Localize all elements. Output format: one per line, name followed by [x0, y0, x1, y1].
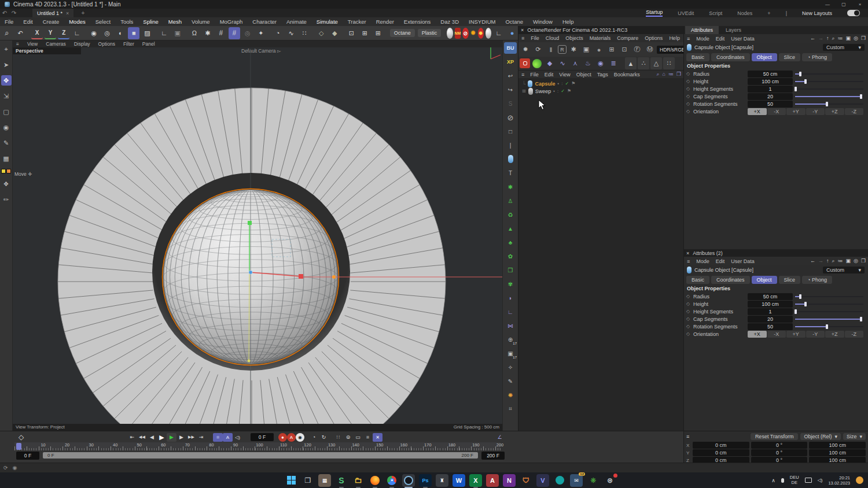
expand-icon[interactable]: ⊞	[522, 88, 526, 94]
menu-select[interactable]: Select	[95, 19, 111, 25]
taskbar-file-explorer[interactable]: 🗀	[352, 474, 365, 487]
om-menu-tags[interactable]: Tags	[597, 72, 608, 77]
attr-filter-icon[interactable]: ≔	[838, 35, 843, 42]
preview-range-bar[interactable]: 0 F 200 F	[43, 452, 478, 459]
preset-dropdown[interactable]: Custom ▾	[823, 44, 865, 51]
menu-insydium[interactable]: INSYDIUM	[469, 19, 495, 25]
key-diamond-icon[interactable]: ◇	[686, 79, 691, 84]
cone-button[interactable]: ▲	[504, 223, 517, 234]
object-origin-dot[interactable]	[249, 271, 252, 274]
tab-phong[interactable]: ◔ Phong	[802, 276, 832, 284]
octane-close-icon[interactable]: ×	[521, 27, 524, 33]
camera-render-button[interactable]: ▣17	[504, 347, 517, 359]
menu-edit[interactable]: Edit	[23, 19, 32, 25]
menu-character[interactable]: Character	[252, 19, 277, 25]
insydium-nm-icon[interactable]: NM	[455, 28, 461, 39]
octane-menu-cloud[interactable]: Cloud	[546, 35, 560, 41]
octane-menu-objects[interactable]: Objects	[565, 35, 583, 41]
menu-mesh[interactable]: Mesh	[168, 19, 182, 25]
brush-tool[interactable]: ◉	[1, 122, 12, 132]
symmetry-button[interactable]: ∷	[299, 27, 310, 39]
material-ball-2-icon[interactable]	[486, 28, 491, 39]
render-view-button[interactable]: ◉	[88, 27, 100, 39]
rotate-tool[interactable]: ▢	[1, 106, 12, 117]
attr-lock-icon[interactable]: ▣	[846, 258, 851, 264]
radius-slider[interactable]	[795, 71, 863, 76]
keyframe-selection-button[interactable]: ◉	[296, 433, 304, 442]
taskbar-onenote[interactable]: N	[503, 474, 516, 487]
tab-slice[interactable]: Slice	[779, 53, 801, 61]
y-axis-handle[interactable]	[248, 221, 252, 225]
render-region-button[interactable]: ⊡	[345, 27, 357, 39]
radius-input[interactable]: 50 cm	[748, 293, 793, 300]
layer-button[interactable]: ▣	[172, 27, 183, 39]
radius-input[interactable]: 50 cm	[748, 71, 793, 77]
xparticles-button[interactable]: XP	[504, 56, 517, 68]
tab-object[interactable]: Object	[752, 276, 777, 284]
tab-layers[interactable]: Layers	[720, 26, 747, 34]
axis-button[interactable]: ∟	[504, 306, 517, 317]
globe-button[interactable]: ⊕17	[504, 334, 517, 345]
octane-swirl-button[interactable]: ✹	[520, 43, 531, 56]
orientation-plus-z[interactable]: +Z	[825, 108, 844, 115]
undo-icon[interactable]: ↶	[0, 10, 9, 16]
octane-swirl-icon[interactable]: ✹	[470, 28, 476, 39]
no-entry-icon[interactable]: ⊘	[462, 28, 468, 39]
rot-y-input[interactable]: 0 °	[751, 449, 808, 456]
symmetry-button-2[interactable]: ⋈	[504, 320, 517, 331]
octane-material-button[interactable]: ◆	[544, 57, 556, 69]
back-icon[interactable]: ←	[810, 35, 815, 42]
playhead[interactable]	[16, 443, 21, 450]
attr-menu-edit[interactable]: Edit	[716, 258, 725, 264]
taskbar-photoshop[interactable]: Ps	[419, 474, 432, 487]
orientation-plus-y[interactable]: +Y	[786, 331, 806, 338]
height-segments-slider[interactable]	[795, 309, 863, 314]
key-diamond-icon[interactable]: ◇	[686, 309, 691, 314]
size-y-input[interactable]: 100 cm	[809, 449, 866, 456]
octane-lock-button[interactable]: ▣	[580, 43, 592, 56]
minimize-button[interactable]: —	[819, 0, 836, 9]
octane-pin-focus-button[interactable]: Ⓕ	[631, 43, 643, 56]
octane-hanger-button[interactable]: ⋏	[569, 57, 581, 69]
cycle-icon[interactable]: ↻	[319, 433, 329, 442]
play-button[interactable]: ▶	[157, 433, 167, 442]
om-menu-object[interactable]: Object	[576, 72, 591, 77]
render-picture-viewer-button[interactable]: ◎	[101, 27, 113, 39]
om-hamburger-icon[interactable]: ≡	[521, 72, 524, 77]
record-position-button[interactable]: ∷	[333, 433, 343, 442]
menu-spline[interactable]: Spline	[143, 19, 158, 25]
octane-object-button[interactable]: ✎	[504, 375, 517, 387]
pos-y-input[interactable]: 0 cm	[693, 449, 749, 456]
layer-checkbox-icon[interactable]: ▪	[553, 88, 555, 94]
layer-checkbox-icon[interactable]: ▪	[557, 81, 559, 86]
lock-x-button[interactable]: X	[31, 27, 43, 39]
new-tab-button[interactable]: +	[78, 10, 87, 16]
key-diamond-icon[interactable]: ◇	[686, 331, 691, 337]
orientation-minus-y[interactable]: -Y	[806, 331, 825, 338]
move-tool[interactable]: ✥	[1, 75, 12, 86]
attr-menu-edit[interactable]: Edit	[716, 36, 725, 42]
corner-arrow-1-icon[interactable]: ↩	[504, 70, 517, 82]
object-name[interactable]: Capsule	[535, 81, 555, 87]
orientation-plus-x[interactable]: +X	[748, 108, 767, 115]
orientation-minus-x[interactable]: -X	[767, 331, 786, 338]
attr-lock-icon[interactable]: ▣	[846, 35, 851, 42]
taskbar-photos-app[interactable]: ▦	[318, 474, 331, 487]
menu-modes[interactable]: Modes	[69, 19, 86, 25]
cap-segments-slider[interactable]	[795, 316, 863, 321]
octane-ball-button[interactable]: ●	[593, 43, 605, 56]
octane-red-swirl-icon[interactable]: ✹	[478, 28, 484, 39]
redo-icon[interactable]: ↷	[9, 10, 19, 16]
attr-hamburger-icon[interactable]: ≡	[687, 258, 690, 264]
autokey-button[interactable]: A	[287, 433, 296, 442]
radius-slider[interactable]	[795, 294, 863, 299]
layout-tab-uvedit[interactable]: UVEdit	[678, 10, 694, 16]
tab-coordinates[interactable]: Coordinates	[711, 53, 750, 61]
vp-menu-cameras[interactable]: Cameras	[46, 41, 65, 47]
xlo-button[interactable]: ⌗	[504, 403, 517, 415]
octane-refresh-button[interactable]: ⟳	[532, 43, 544, 56]
octane-bars-button[interactable]: ≣	[608, 57, 619, 69]
attr-history-icon[interactable]: ◎	[854, 258, 858, 264]
taskbar-app-mail[interactable]: ✉12	[570, 474, 583, 487]
scale-tool[interactable]: ⇲	[1, 91, 12, 101]
